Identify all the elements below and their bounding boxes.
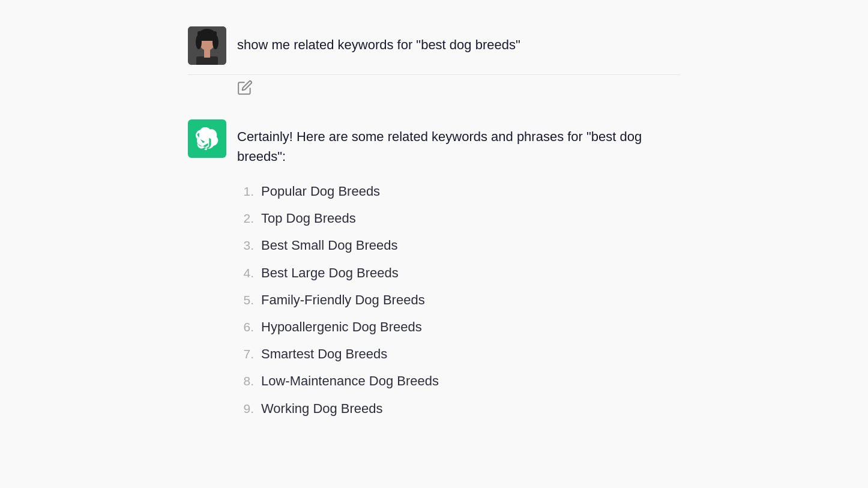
list-number: 9.	[237, 399, 254, 419]
list-item: 5.Family-Friendly Dog Breeds	[237, 289, 680, 310]
assistant-content: Certainly! Here are some related keyword…	[237, 119, 680, 425]
assistant-message-block: Certainly! Here are some related keyword…	[188, 103, 680, 435]
user-message-text: show me related keywords for "best dog b…	[237, 26, 520, 55]
list-number: 8.	[237, 371, 254, 391]
chat-container: show me related keywords for "best dog b…	[164, 0, 704, 447]
list-text: Best Small Dog Breeds	[261, 235, 397, 256]
list-text: Low-Maintenance Dog Breeds	[261, 370, 439, 391]
svg-rect-5	[197, 31, 217, 41]
user-avatar	[188, 26, 226, 65]
user-message-block: show me related keywords for "best dog b…	[188, 12, 680, 75]
list-item: 1.Popular Dog Breeds	[237, 181, 680, 202]
list-item: 8.Low-Maintenance Dog Breeds	[237, 370, 680, 391]
list-text: Hypoallergenic Dog Breeds	[261, 316, 422, 337]
list-text: Best Large Dog Breeds	[261, 262, 399, 283]
list-number: 5.	[237, 290, 254, 310]
list-text: Popular Dog Breeds	[261, 181, 380, 202]
list-item: 2.Top Dog Breeds	[237, 208, 680, 229]
list-text: Working Dog Breeds	[261, 398, 383, 419]
list-item: 9.Working Dog Breeds	[237, 398, 680, 419]
edit-icon[interactable]	[237, 80, 253, 95]
edit-icon-row	[188, 75, 680, 103]
list-number: 2.	[237, 208, 254, 229]
avatar-image	[188, 26, 226, 65]
chatgpt-logo-icon	[196, 127, 219, 150]
chatgpt-avatar	[188, 119, 226, 158]
list-number: 1.	[237, 181, 254, 202]
list-number: 6.	[237, 317, 254, 337]
list-item: 3.Best Small Dog Breeds	[237, 235, 680, 256]
assistant-intro: Certainly! Here are some related keyword…	[237, 127, 680, 166]
list-number: 4.	[237, 263, 254, 283]
list-number: 3.	[237, 235, 254, 256]
svg-rect-6	[196, 56, 218, 65]
list-item: 6.Hypoallergenic Dog Breeds	[237, 316, 680, 337]
list-number: 7.	[237, 344, 254, 364]
list-item: 7.Smartest Dog Breeds	[237, 343, 680, 364]
svg-rect-7	[204, 49, 210, 58]
list-text: Top Dog Breeds	[261, 208, 356, 229]
list-item: 4.Best Large Dog Breeds	[237, 262, 680, 283]
list-text: Family-Friendly Dog Breeds	[261, 289, 425, 310]
keyword-list: 1.Popular Dog Breeds2.Top Dog Breeds3.Be…	[237, 181, 680, 419]
list-text: Smartest Dog Breeds	[261, 343, 387, 364]
